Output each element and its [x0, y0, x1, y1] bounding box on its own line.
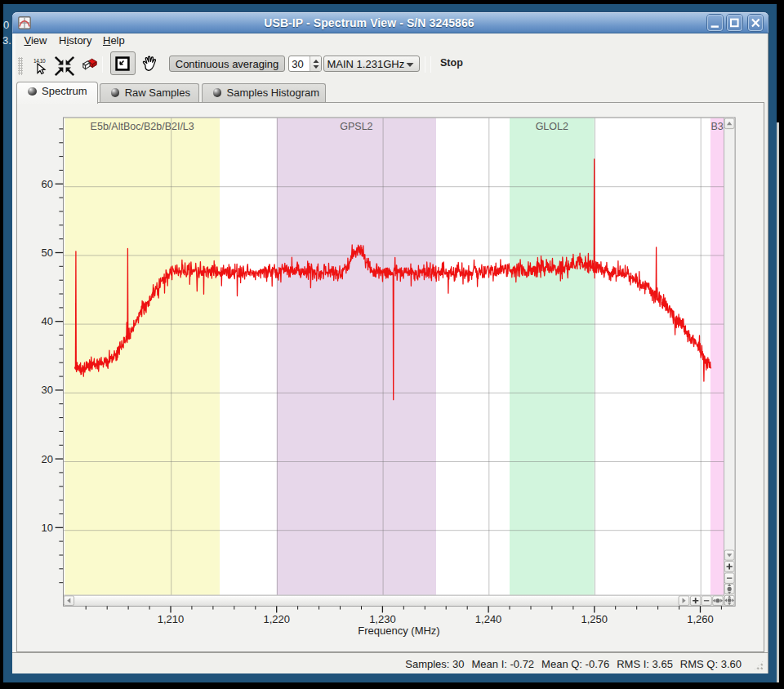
svg-text:14,10: 14,10: [33, 58, 46, 64]
